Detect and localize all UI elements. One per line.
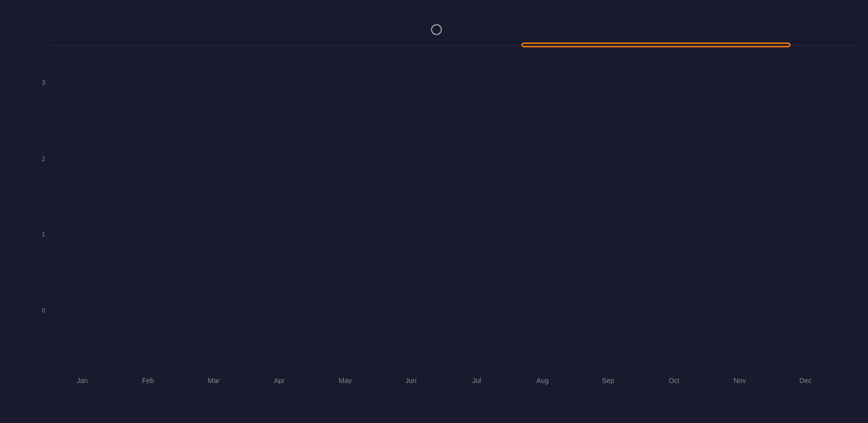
y-axis-label: 2 (42, 154, 45, 162)
help-icon[interactable] (431, 24, 442, 35)
x-label-oct: Oct (641, 371, 707, 390)
chart-container: 3210 JanFebMarAprMayJunJulAugSepOctNovDe… (15, 14, 853, 409)
x-label-jan: Jan (49, 371, 115, 390)
x-label-mar: Mar (181, 371, 247, 390)
x-label-jun: Jun (378, 371, 444, 390)
y-axis: 3210 (30, 45, 49, 371)
chart-title (30, 24, 838, 35)
x-label-nov: Nov (707, 371, 772, 390)
x-label-aug: Aug (509, 371, 575, 390)
x-label-jul: Jul (444, 371, 509, 390)
y-axis-label: 1 (42, 231, 45, 238)
grid-line (50, 45, 858, 45)
x-label-feb: Feb (115, 371, 181, 390)
y-axis-label: 3 (42, 79, 45, 86)
x-labels: JanFebMarAprMayJunJulAugSepOctNovDec (49, 371, 838, 390)
chart-area: 3210 JanFebMarAprMayJunJulAugSepOctNovDe… (30, 45, 838, 390)
x-label-may: May (312, 371, 378, 390)
chart-inner (49, 45, 858, 45)
x-label-sep: Sep (576, 371, 641, 390)
y-axis-label: 0 (42, 306, 45, 313)
x-label-dec: Dec (773, 371, 838, 390)
x-label-apr: Apr (247, 371, 312, 390)
